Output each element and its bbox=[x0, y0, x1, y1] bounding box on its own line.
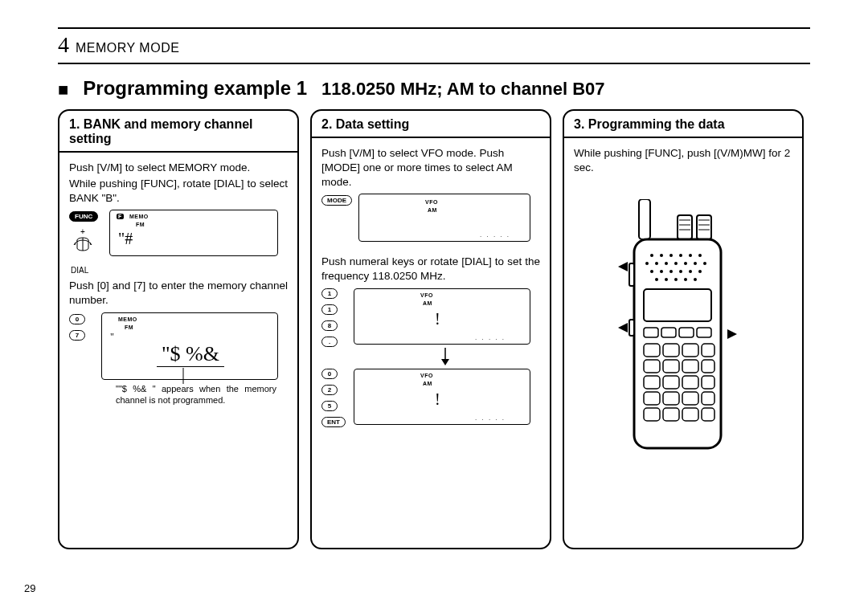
svg-point-35 bbox=[665, 278, 668, 281]
svg-point-20 bbox=[698, 254, 702, 257]
svg-rect-49 bbox=[702, 344, 714, 357]
card1-p1: Push [V/M] to select MEMORY mode. bbox=[69, 161, 288, 175]
page: 4 MEMORY MODE ■ Programming example 1 11… bbox=[0, 0, 868, 612]
card-data-setting: 2. Data setting Push [V/M] to select VFO… bbox=[310, 109, 551, 549]
svg-rect-6 bbox=[678, 215, 692, 239]
svg-rect-60 bbox=[682, 392, 698, 405]
key-5: 5 bbox=[321, 401, 338, 411]
svg-rect-48 bbox=[682, 344, 698, 357]
lcd2-bigval: "$ %& bbox=[157, 342, 224, 367]
svg-rect-53 bbox=[702, 360, 714, 373]
svg-rect-51 bbox=[663, 360, 679, 373]
svg-rect-43 bbox=[661, 328, 676, 337]
svg-point-37 bbox=[684, 278, 687, 281]
card-programming-data: 3. Programming the data While pushing [F… bbox=[563, 109, 804, 549]
svg-rect-39 bbox=[644, 289, 711, 321]
key-1b: 1 bbox=[321, 304, 338, 315]
card-bank-memory: 1. BANK and memory channel setting Push … bbox=[58, 109, 299, 549]
mode-key: MODE bbox=[321, 195, 352, 206]
svg-rect-65 bbox=[702, 408, 714, 421]
lcd-c2-2-dots: . . . . . bbox=[475, 334, 506, 341]
arrow-down-icon bbox=[440, 348, 450, 365]
svg-point-34 bbox=[655, 278, 658, 281]
svg-marker-66 bbox=[618, 262, 628, 271]
lcd2: MEMO FM " "$ %& bbox=[101, 312, 278, 380]
key-8: 8 bbox=[321, 320, 338, 331]
card2-rule bbox=[312, 137, 550, 138]
lcd-c2-1-vfo: VFO bbox=[425, 199, 438, 205]
lcd1: F MEMO FM "# bbox=[109, 210, 278, 256]
square-bullet-icon: ■ bbox=[58, 80, 68, 100]
svg-rect-5 bbox=[639, 199, 650, 239]
svg-rect-62 bbox=[644, 408, 660, 421]
svg-point-25 bbox=[684, 262, 687, 265]
svg-point-15 bbox=[650, 254, 653, 257]
svg-point-23 bbox=[665, 262, 668, 265]
svg-point-32 bbox=[689, 270, 692, 273]
lcd-c2-3-am: AM bbox=[423, 381, 432, 386]
radio-icon bbox=[615, 199, 751, 456]
svg-point-17 bbox=[669, 254, 673, 257]
lcd-c2-3: VFO AM ! . . . . . bbox=[354, 369, 530, 425]
svg-point-38 bbox=[694, 278, 697, 281]
svg-rect-41 bbox=[629, 320, 634, 336]
svg-rect-55 bbox=[663, 376, 679, 389]
svg-rect-40 bbox=[629, 263, 634, 286]
card1-p2: While pushing [FUNC], rotate [DIAL] to s… bbox=[69, 177, 288, 206]
svg-point-33 bbox=[698, 270, 702, 273]
key-0: 0 bbox=[69, 314, 85, 324]
svg-point-19 bbox=[689, 254, 692, 257]
svg-rect-44 bbox=[679, 328, 694, 337]
svg-point-22 bbox=[655, 262, 658, 265]
lcd1-fm: FM bbox=[136, 222, 145, 227]
card2-title: 2. Data setting bbox=[321, 117, 540, 132]
svg-marker-68 bbox=[727, 329, 737, 339]
svg-rect-7 bbox=[697, 215, 711, 239]
card1-diagram1: FUNC + DIAL F MEMO FM "# bbox=[69, 210, 288, 279]
card2-p1: Push [V/M] to select VFO mode. Push [MOD… bbox=[321, 146, 540, 190]
svg-point-30 bbox=[669, 270, 673, 273]
svg-rect-63 bbox=[663, 408, 679, 421]
svg-rect-56 bbox=[682, 376, 698, 389]
card2-p2: Push numeral keys or rotate [DIAL] to se… bbox=[321, 255, 540, 284]
svg-point-27 bbox=[703, 262, 706, 265]
card3-p1: While pushing [FUNC], push [(V/M)MW] for… bbox=[574, 146, 792, 175]
columns: 1. BANK and memory channel setting Push … bbox=[58, 109, 810, 549]
card1-title: 1. BANK and memory channel setting bbox=[69, 117, 288, 146]
card3-title: 3. Programming the data bbox=[574, 117, 792, 132]
lcd1-memo: MEMO bbox=[129, 214, 149, 219]
card1-diagram2: 0 7 MEMO FM " "$ %& ""$ %& " appears whe… bbox=[69, 312, 288, 409]
svg-point-31 bbox=[679, 270, 682, 273]
lcd-c2-2-am: AM bbox=[423, 300, 432, 306]
svg-point-28 bbox=[650, 270, 653, 273]
svg-point-21 bbox=[645, 262, 649, 265]
svg-marker-67 bbox=[618, 323, 628, 333]
key-1a: 1 bbox=[321, 288, 338, 299]
lcd-c2-2-vfo: VFO bbox=[420, 292, 433, 298]
svg-rect-54 bbox=[644, 376, 660, 389]
lcd2-smallval: " bbox=[110, 331, 114, 343]
svg-rect-64 bbox=[682, 408, 698, 421]
page-subheading: 118.0250 MHz; AM to channel B07 bbox=[321, 79, 605, 100]
heading-row: ■ Programming example 1 118.0250 MHz; AM… bbox=[58, 77, 810, 100]
svg-rect-58 bbox=[644, 392, 660, 405]
lcd-c2-3-val: ! bbox=[435, 390, 440, 409]
card2-diagram2: 1 1 8 . 0 2 5 ENT VFO AM ! . . . . . bbox=[321, 288, 540, 446]
lcd-c2-2-val: ! bbox=[435, 310, 440, 328]
key-2: 2 bbox=[321, 385, 338, 395]
card1-note: ""$ %& " appears when the memory channel… bbox=[116, 383, 276, 406]
svg-point-26 bbox=[694, 262, 697, 265]
lcd-c2-3-dots: . . . . . bbox=[475, 414, 506, 422]
key-0b: 0 bbox=[321, 369, 338, 379]
svg-rect-52 bbox=[682, 360, 698, 373]
svg-rect-46 bbox=[644, 344, 660, 357]
callout-line bbox=[182, 368, 184, 384]
top-rule bbox=[58, 27, 810, 29]
func-key: FUNC bbox=[69, 211, 98, 222]
svg-point-29 bbox=[660, 270, 663, 273]
chapter-number: 4 bbox=[58, 32, 69, 58]
card2-diagram1: MODE VFO AM . . . . . bbox=[321, 194, 540, 251]
lcd-c2-1-am: AM bbox=[428, 207, 437, 213]
svg-rect-47 bbox=[663, 344, 679, 357]
svg-rect-45 bbox=[697, 328, 711, 337]
